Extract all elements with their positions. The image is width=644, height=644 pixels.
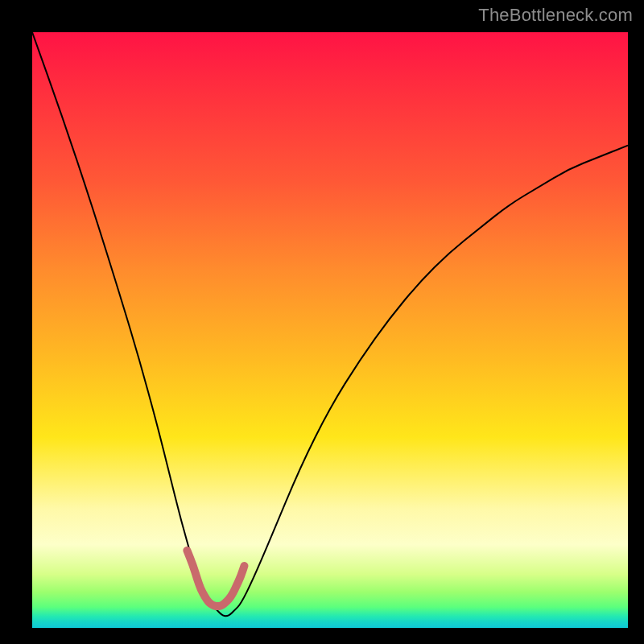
- watermark-text: TheBottleneck.com: [478, 5, 633, 26]
- plot-area: [32, 32, 628, 628]
- minimum-marker: [187, 551, 244, 606]
- chart-svg: [32, 32, 628, 628]
- chart-frame: TheBottleneck.com: [0, 0, 644, 644]
- bottleneck-curve: [32, 32, 628, 616]
